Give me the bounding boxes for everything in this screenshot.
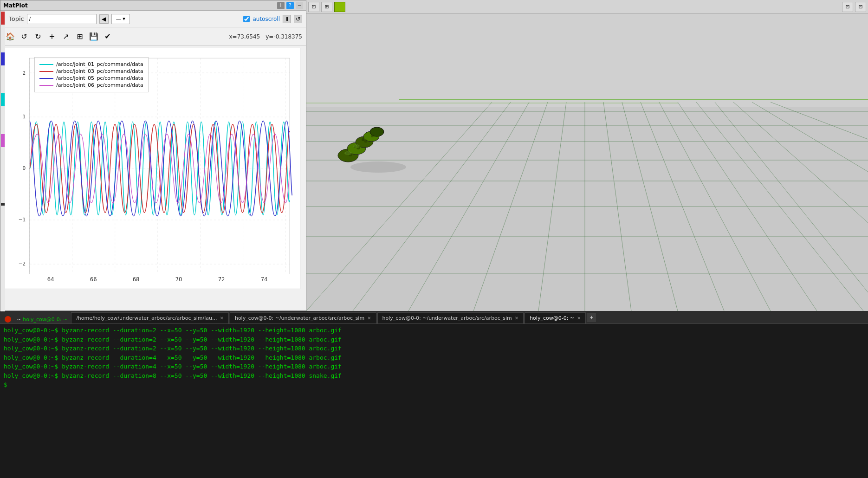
svg-text:74: 74 [261, 276, 268, 283]
svg-text:2: 2 [23, 70, 26, 76]
svg-text:68: 68 [133, 276, 140, 283]
autoscroll-label: autoscroll [253, 16, 280, 22]
rviz-btn-5[interactable]: ⊡ [855, 2, 866, 12]
svg-text:72: 72 [218, 276, 225, 283]
viz-content [306, 14, 868, 311]
cmd-line-1: holy_cow@0-0:~$ byzanz-record --duration… [4, 326, 864, 335]
plot-toolbar: 🏠 ↺ ↻ + ↗ ⊞ 💾 ✔ x=73.6545 y=-0.318375 [0, 27, 306, 46]
scroll-indicator-red [1, 12, 5, 25]
terminal-tab-4[interactable]: holy_cow@0-0: ~ ✕ [525, 312, 586, 323]
home-btn[interactable]: 🏠 [4, 31, 16, 43]
forward-btn[interactable]: ↻ [32, 31, 44, 43]
back-btn[interactable]: ↺ [18, 31, 30, 43]
legend-label-4: /arboc/joint_06_pc/command/data [56, 82, 143, 88]
legend-label-2: /arboc/joint_03_pc/command/data [56, 68, 143, 74]
tab-1-close[interactable]: ✕ [220, 316, 224, 321]
legend-color-1 [39, 64, 53, 65]
svg-text:66: 66 [90, 276, 97, 283]
svg-rect-26 [306, 14, 868, 107]
tab-3-close[interactable]: ✕ [515, 316, 518, 321]
terminal-tab-3[interactable]: holy_cow@0-0: ~/underwater_arboc/src/arb… [377, 312, 524, 323]
topic-label: Topic [9, 15, 24, 22]
svg-text:64: 64 [47, 276, 54, 283]
active-tab-title: holy_cow@0-0: ~ [23, 317, 67, 323]
pause-btn[interactable]: ⏸ [283, 15, 291, 23]
new-tab-btn[interactable]: + [587, 313, 596, 322]
tab-2-label: holy_cow@0-0: ~/underwater_arboc/src/arb… [235, 315, 364, 321]
scroll-indicator-dark [1, 203, 5, 206]
y-coord: y=-0.318375 [266, 33, 302, 40]
save-btn[interactable]: 💾 [88, 31, 100, 43]
plot-container[interactable]: 2 1 0 −1 −2 64 66 68 70 72 74 /a [4, 48, 300, 289]
svg-point-66 [353, 144, 360, 148]
terminal-tabs: - ~ holy_cow@0-0: ~ /home/holy_cow/under… [0, 311, 868, 324]
svg-point-60 [364, 140, 368, 143]
x-coord: x=73.6545 [229, 33, 260, 40]
legend-color-2 [39, 71, 53, 72]
legend-color-3 [39, 78, 53, 79]
refresh-btn[interactable]: ↺ [294, 15, 302, 23]
question-btn[interactable]: ? [286, 2, 294, 9]
tab-1-label: /home/holy_cow/underwater_arboc/src/arbo… [76, 315, 217, 321]
tab-3-label: holy_cow@0-0: ~/underwater_arboc/src/arb… [382, 315, 512, 321]
matplot-titlebar: MatPlot i ? − [0, 0, 306, 11]
dash-indicator: - [13, 317, 15, 323]
tab-4-close[interactable]: ✕ [577, 316, 581, 321]
svg-text:70: 70 [175, 276, 182, 283]
cmd-line-3: holy_cow@0-0:~$ byzanz-record --duration… [4, 344, 864, 353]
viz-svg [306, 14, 868, 311]
legend-item-3: /arboc/joint_05_pc/command/data [39, 75, 143, 81]
close-btn[interactable]: − [296, 2, 303, 9]
pan-btn[interactable]: ↗ [60, 31, 72, 43]
terminal-tab-2[interactable]: holy_cow@0-0: ~/underwater_arboc/src/arb… [230, 312, 376, 323]
legend-box: /arboc/joint_01_pc/command/data /arboc/j… [34, 57, 149, 92]
rviz-btn-4[interactable]: ⊡ [842, 2, 853, 12]
zoom-in-btn[interactable]: + [46, 31, 58, 43]
tilde-indicator: ~ [17, 317, 21, 323]
legend-label-3: /arboc/joint_05_pc/command/data [56, 75, 143, 81]
svg-point-61 [371, 135, 374, 137]
legend-label-1: /arboc/joint_01_pc/command/data [56, 61, 143, 67]
rviz-btn-3[interactable] [334, 2, 345, 12]
autoscroll-area: autoscroll [243, 16, 280, 22]
rviz-btn-2[interactable]: ⊞ [321, 2, 332, 12]
terminal-icon-area: - ~ holy_cow@0-0: ~ [2, 315, 70, 323]
rviz-toolbar: ⊡ ⊞ ⊡ ⊡ [306, 0, 868, 14]
topic-dropdown-btn[interactable]: — ▾ [111, 14, 130, 24]
scroll-indicator-blue [1, 52, 5, 65]
plot-coords: x=73.6545 y=-0.318375 [229, 33, 302, 40]
cmd-prompt-line: $ [4, 380, 864, 389]
topic-prev-btn[interactable]: ◀ [99, 14, 109, 24]
svg-text:0: 0 [23, 165, 26, 171]
cmd-line-5: holy_cow@0-0:~$ byzanz-record --duration… [4, 362, 864, 371]
window-buttons: i ? − [277, 2, 303, 9]
legend-item-2: /arboc/joint_03_pc/command/data [39, 68, 143, 74]
rviz-btn-1[interactable]: ⊡ [308, 2, 319, 12]
svg-text:−1: −1 [19, 217, 26, 222]
info-btn[interactable]: i [277, 2, 285, 9]
svg-text:1: 1 [23, 114, 26, 119]
tab-2-close[interactable]: ✕ [367, 316, 371, 321]
cmd-line-4: holy_cow@0-0:~$ byzanz-record --duration… [4, 353, 864, 362]
window-title: MatPlot [3, 2, 28, 9]
scroll-indicator-purple [1, 134, 5, 147]
legend-item-4: /arboc/joint_06_pc/command/data [39, 82, 143, 88]
matplot-window: MatPlot i ? − Topic ◀ — ▾ autoscroll ⏸ ↺… [0, 0, 306, 311]
tab-4-label: holy_cow@0-0: ~ [530, 315, 574, 321]
topic-input[interactable] [27, 14, 97, 24]
red-dot-indicator [5, 316, 11, 323]
svg-point-67 [350, 161, 406, 173]
scroll-indicator-cyan [1, 93, 5, 106]
terminal-tab-1[interactable]: /home/holy_cow/underwater_arboc/src/arbo… [71, 312, 229, 323]
select-btn[interactable]: ⊞ [74, 31, 86, 43]
svg-point-64 [362, 138, 364, 141]
viz-panel[interactable]: ⊡ ⊞ ⊡ ⊡ [306, 0, 868, 311]
terminal-content[interactable]: holy_cow@0-0:~$ byzanz-record --duration… [0, 324, 868, 391]
config-btn[interactable]: ✔ [102, 31, 114, 43]
cmd-line-2: holy_cow@0-0:~$ byzanz-record --duration… [4, 335, 864, 344]
legend-item-1: /arboc/joint_01_pc/command/data [39, 61, 143, 67]
topic-bar: Topic ◀ — ▾ autoscroll ⏸ ↺ [5, 11, 306, 27]
cmd-line-6: holy_cow@0-0:~$ byzanz-record --duration… [4, 371, 864, 381]
left-panel [0, 11, 5, 311]
autoscroll-checkbox[interactable] [243, 16, 250, 22]
